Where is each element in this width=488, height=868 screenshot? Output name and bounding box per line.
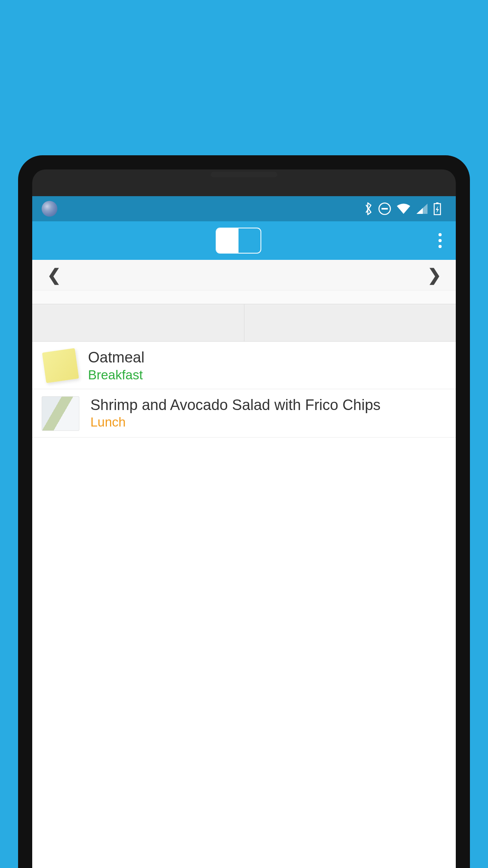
next-month-button[interactable]: ❯ [424, 265, 444, 285]
meal-body: OatmealBreakfast [88, 349, 446, 383]
meal-type: Breakfast [88, 368, 446, 383]
device-frame: ❮ ❯ OatmealBreakfastShrimp and Avocado S… [18, 155, 470, 868]
add-note-button[interactable] [244, 304, 456, 341]
status-bar [32, 196, 456, 221]
meal-title: Oatmeal [88, 349, 446, 367]
app-bar [32, 221, 456, 260]
overflow-menu-button[interactable] [431, 229, 449, 252]
meal-type: Lunch [90, 415, 446, 430]
prev-month-button[interactable]: ❮ [44, 265, 64, 285]
meal-photo [42, 396, 79, 431]
device-speaker [211, 172, 277, 177]
svg-rect-1 [382, 208, 388, 210]
action-row [32, 304, 456, 342]
note-icon [42, 348, 79, 383]
status-app-icon [42, 201, 57, 217]
calendar-grid [32, 300, 456, 304]
bluetooth-icon [364, 202, 373, 216]
wifi-icon [396, 203, 411, 215]
view-toggle [216, 228, 261, 254]
svg-rect-3 [436, 202, 438, 204]
meal-title: Shrimp and Avocado Salad with Frico Chip… [90, 396, 446, 414]
add-recipe-button[interactable] [32, 304, 244, 341]
signal-icon [416, 203, 428, 215]
list-item[interactable]: OatmealBreakfast [32, 342, 456, 389]
month-nav: ❮ ❯ [32, 260, 456, 291]
meal-list: OatmealBreakfastShrimp and Avocado Salad… [32, 342, 456, 868]
list-item[interactable]: Shrimp and Avocado Salad with Frico Chip… [32, 389, 456, 438]
tab-calendar[interactable] [216, 228, 238, 253]
battery-icon [433, 202, 442, 215]
tab-list[interactable] [238, 228, 261, 253]
meal-body: Shrimp and Avocado Salad with Frico Chip… [90, 396, 446, 430]
day-headers [32, 291, 456, 300]
promo-headline [0, 0, 488, 18]
dnd-icon [378, 202, 391, 215]
